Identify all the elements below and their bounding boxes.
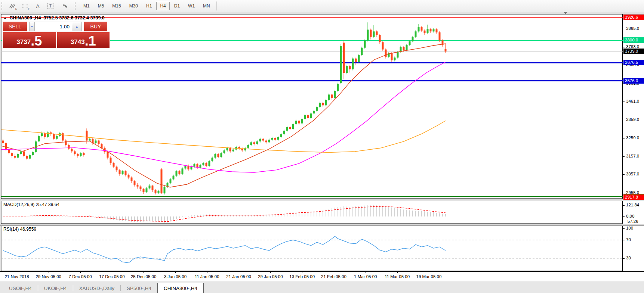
time-tick xyxy=(302,272,302,273)
price-badge-2917.8: 2917.8 xyxy=(623,194,644,200)
candle-bull xyxy=(286,127,288,131)
tab-xauusddaily[interactable]: XAUUSD-,Daily xyxy=(73,284,121,293)
candle-bull xyxy=(203,163,204,165)
time-tick xyxy=(270,272,271,273)
candle-bull xyxy=(316,107,318,111)
tab-ukoilh4[interactable]: UKOil-,H4 xyxy=(38,284,73,293)
macd-label: MACD(12,26,9) 25.47 39.64 xyxy=(3,202,59,207)
cursor-mode-icon[interactable]: ▼ xyxy=(57,1,73,11)
candle-bear xyxy=(71,149,73,151)
rsi-tick-70-dash xyxy=(623,240,625,240)
candle-bear xyxy=(11,153,13,156)
indicators-pattern-icon[interactable]: E xyxy=(6,1,19,11)
font-a-icon[interactable]: A xyxy=(31,1,44,11)
candle-bull xyxy=(232,150,234,152)
candle-bear xyxy=(307,115,309,118)
timeframe-button-H1[interactable]: H1 xyxy=(142,2,155,10)
price-tick-3763.0-dash xyxy=(623,47,625,47)
timeframe-button-M1[interactable]: M1 xyxy=(80,2,93,10)
candle-bear xyxy=(44,133,46,137)
candle-bull xyxy=(412,37,414,41)
time-label: 19 Mar 05:00 xyxy=(416,274,442,279)
main-toolbar: E F A T ▼ M1M5M15M30H1H4D1W1MN xyxy=(0,0,644,12)
candle-bull xyxy=(406,45,408,50)
candle-bull xyxy=(415,31,417,37)
time-tick xyxy=(397,272,398,273)
tab-usoilh4[interactable]: USOil-,H4 xyxy=(3,284,38,293)
candle-bear xyxy=(439,32,441,41)
text-label-icon[interactable]: T xyxy=(44,1,57,11)
candle-bull xyxy=(224,150,225,153)
time-tick xyxy=(49,272,49,273)
time-tick xyxy=(80,272,81,273)
candle-bull xyxy=(337,84,339,91)
candle-bull xyxy=(215,154,216,158)
timeframe-button-MN[interactable]: MN xyxy=(199,2,214,10)
timeframe-button-M5[interactable]: M5 xyxy=(94,2,108,10)
candle-bull xyxy=(32,152,34,155)
rsi-tick-30: 30 xyxy=(626,256,631,260)
rsi-tick-70: 70 xyxy=(626,237,631,242)
timeframe-button-M30[interactable]: M30 xyxy=(126,2,142,10)
time-tick xyxy=(334,272,334,273)
candle-bear xyxy=(110,158,112,163)
time-axis[interactable]: 21 Nov 201829 Nov 05:007 Dec 05:0017 Dec… xyxy=(0,271,644,281)
splitter-macd-rsi[interactable] xyxy=(0,224,644,226)
candle-bear xyxy=(274,138,276,140)
candle-bull xyxy=(173,176,175,180)
price-tick-3057.0-dash xyxy=(623,174,625,175)
candle-bear xyxy=(152,186,154,190)
volume-decrease-button[interactable]: ▼ xyxy=(29,22,35,31)
candle-bull xyxy=(310,113,312,118)
candle-bear xyxy=(218,154,219,157)
candle-bear xyxy=(355,59,357,62)
price-badge-3926.6: 3926.6 xyxy=(623,15,644,20)
candle-bull xyxy=(209,161,210,166)
tab-china300h4[interactable]: CHINA300-,H4 xyxy=(157,283,204,293)
candle-bull xyxy=(328,94,330,100)
toolbar-drag-handle-2[interactable] xyxy=(75,2,77,10)
candle-bull xyxy=(17,154,19,158)
splitter-main-macd[interactable] xyxy=(0,199,644,201)
timeframe-button-H4[interactable]: H4 xyxy=(156,2,169,10)
candle-bull xyxy=(29,155,31,159)
candle-bull xyxy=(89,139,91,141)
candle-bear xyxy=(265,141,267,143)
grid-f-icon[interactable]: F xyxy=(19,1,31,11)
candle-bull xyxy=(364,40,366,47)
chart-title: ▲ CHINA300-,H4 3752.5 3782.6 3732.4 3739… xyxy=(3,15,105,21)
macd-tick-121.84-dash xyxy=(623,205,625,206)
candle-bull xyxy=(367,29,369,40)
candle-bear xyxy=(155,190,157,193)
candle-bull xyxy=(325,100,327,105)
macd-tick-0.00-dash xyxy=(623,216,625,217)
candle-bull xyxy=(182,168,184,174)
timeframe-button-D1[interactable]: D1 xyxy=(170,2,184,10)
price-badge-3576.0: 3576.0 xyxy=(623,78,644,84)
macd-tick--57.26-dash xyxy=(623,222,625,222)
volume-increase-button[interactable]: ▲ xyxy=(72,22,82,31)
toolbar-drag-handle[interactable] xyxy=(1,2,4,10)
volume-input[interactable] xyxy=(35,22,72,31)
buy-price-box[interactable]: 3743 .1 xyxy=(57,32,110,48)
timeframe-button-W1[interactable]: W1 xyxy=(184,2,198,10)
macd-pane[interactable] xyxy=(1,201,623,224)
candle-bear xyxy=(62,133,64,140)
time-label: 13 Feb 05:00 xyxy=(289,274,315,279)
timeframe-button-M15[interactable]: M15 xyxy=(108,2,124,10)
sell-button[interactable]: SELL xyxy=(3,22,27,31)
arrows-glyph xyxy=(62,3,68,9)
chart-tabbar: USOil-,H4UKOil-,H4XAUUSD-,DailySP500-,H4… xyxy=(0,281,644,293)
rsi-pane[interactable] xyxy=(1,225,623,271)
tab-sp500h4[interactable]: SP500-,H4 xyxy=(121,284,157,293)
sell-price-main: 3737 xyxy=(16,37,31,47)
candle-bear xyxy=(5,143,7,150)
candle-bear xyxy=(65,141,67,145)
rsi-tick-100-dash xyxy=(623,228,625,229)
buy-button[interactable]: BUY xyxy=(84,22,107,31)
sell-price-box[interactable]: 3737 .5 xyxy=(3,32,56,48)
candle-bull xyxy=(292,124,294,129)
candle-bear xyxy=(86,131,88,141)
candle-bear xyxy=(262,139,264,141)
candle-bear xyxy=(370,29,372,37)
